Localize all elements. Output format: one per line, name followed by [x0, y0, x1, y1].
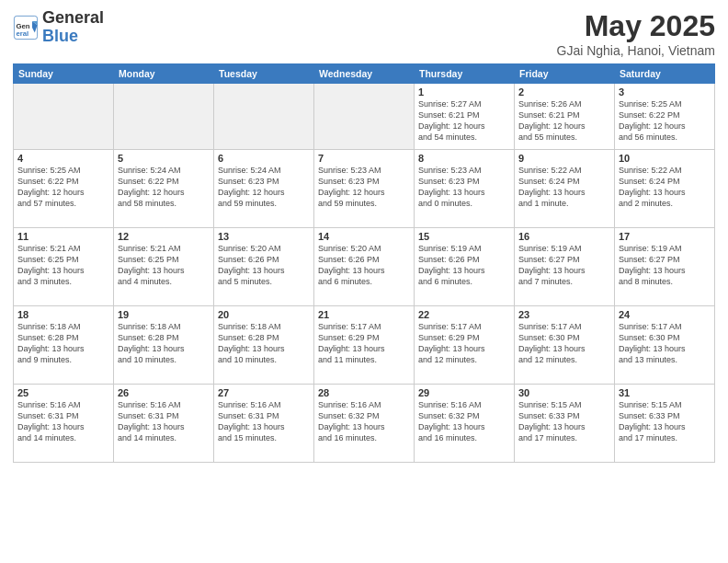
- day-info: Sunrise: 5:18 AM Sunset: 6:28 PM Dayligh…: [17, 321, 109, 366]
- day-number: 18: [17, 309, 109, 320]
- week-row-3: 11Sunrise: 5:21 AM Sunset: 6:25 PM Dayli…: [14, 228, 715, 306]
- day-info: Sunrise: 5:21 AM Sunset: 6:25 PM Dayligh…: [17, 243, 109, 288]
- day-info: Sunrise: 5:26 AM Sunset: 6:21 PM Dayligh…: [518, 98, 610, 144]
- day-number: 17: [619, 231, 711, 242]
- day-cell-23: 23Sunrise: 5:17 AM Sunset: 6:30 PM Dayli…: [515, 306, 615, 385]
- title-block: May 2025 GJai Nghia, Hanoi, Vietnam: [557, 9, 716, 58]
- day-info: Sunrise: 5:17 AM Sunset: 6:30 PM Dayligh…: [619, 321, 711, 366]
- day-number: 6: [218, 153, 310, 164]
- subtitle: GJai Nghia, Hanoi, Vietnam: [557, 43, 716, 58]
- week-row-4: 18Sunrise: 5:18 AM Sunset: 6:28 PM Dayli…: [14, 306, 715, 385]
- day-number: 31: [619, 387, 711, 398]
- day-info: Sunrise: 5:20 AM Sunset: 6:26 PM Dayligh…: [218, 243, 310, 288]
- day-number: 7: [318, 153, 410, 164]
- day-number: 11: [17, 231, 109, 242]
- empty-cell: [214, 84, 314, 150]
- day-cell-9: 9Sunrise: 5:22 AM Sunset: 6:24 PM Daylig…: [515, 150, 615, 228]
- day-info: Sunrise: 5:16 AM Sunset: 6:31 PM Dayligh…: [118, 399, 210, 444]
- day-number: 21: [318, 309, 410, 320]
- day-number: 26: [118, 387, 210, 398]
- day-number: 20: [218, 309, 310, 320]
- day-info: Sunrise: 5:16 AM Sunset: 6:32 PM Dayligh…: [418, 399, 510, 444]
- day-number: 27: [218, 387, 310, 398]
- day-info: Sunrise: 5:16 AM Sunset: 6:31 PM Dayligh…: [17, 399, 109, 444]
- day-info: Sunrise: 5:22 AM Sunset: 6:24 PM Dayligh…: [518, 165, 610, 210]
- day-info: Sunrise: 5:21 AM Sunset: 6:25 PM Dayligh…: [118, 243, 210, 288]
- day-info: Sunrise: 5:16 AM Sunset: 6:32 PM Dayligh…: [318, 399, 410, 444]
- day-info: Sunrise: 5:23 AM Sunset: 6:23 PM Dayligh…: [418, 165, 510, 210]
- day-cell-3: 3Sunrise: 5:25 AM Sunset: 6:22 PM Daylig…: [615, 84, 715, 150]
- day-number: 5: [118, 153, 210, 164]
- day-cell-17: 17Sunrise: 5:19 AM Sunset: 6:27 PM Dayli…: [615, 228, 715, 306]
- weekday-header-friday: Friday: [515, 64, 615, 84]
- day-cell-24: 24Sunrise: 5:17 AM Sunset: 6:30 PM Dayli…: [615, 306, 715, 385]
- day-cell-19: 19Sunrise: 5:18 AM Sunset: 6:28 PM Dayli…: [114, 306, 214, 385]
- weekday-header-tuesday: Tuesday: [214, 64, 314, 84]
- day-info: Sunrise: 5:15 AM Sunset: 6:33 PM Dayligh…: [619, 399, 711, 444]
- day-cell-30: 30Sunrise: 5:15 AM Sunset: 6:33 PM Dayli…: [515, 385, 615, 463]
- day-cell-22: 22Sunrise: 5:17 AM Sunset: 6:29 PM Dayli…: [415, 306, 515, 385]
- weekday-header-sunday: Sunday: [14, 64, 114, 84]
- day-number: 13: [218, 231, 310, 242]
- day-cell-31: 31Sunrise: 5:15 AM Sunset: 6:33 PM Dayli…: [615, 385, 715, 463]
- day-number: 19: [118, 309, 210, 320]
- day-info: Sunrise: 5:19 AM Sunset: 6:27 PM Dayligh…: [619, 243, 711, 288]
- day-number: 16: [518, 231, 610, 242]
- day-number: 28: [318, 387, 410, 398]
- weekday-header-thursday: Thursday: [415, 64, 515, 84]
- day-info: Sunrise: 5:15 AM Sunset: 6:33 PM Dayligh…: [518, 399, 610, 444]
- day-info: Sunrise: 5:24 AM Sunset: 6:22 PM Dayligh…: [118, 165, 210, 210]
- day-info: Sunrise: 5:19 AM Sunset: 6:27 PM Dayligh…: [518, 243, 610, 288]
- day-cell-18: 18Sunrise: 5:18 AM Sunset: 6:28 PM Dayli…: [14, 306, 114, 385]
- day-number: 2: [518, 86, 610, 98]
- day-cell-13: 13Sunrise: 5:20 AM Sunset: 6:26 PM Dayli…: [214, 228, 314, 306]
- day-info: Sunrise: 5:16 AM Sunset: 6:31 PM Dayligh…: [218, 399, 310, 444]
- day-cell-21: 21Sunrise: 5:17 AM Sunset: 6:29 PM Dayli…: [314, 306, 415, 385]
- logo: Gen eral General Blue: [13, 9, 104, 46]
- logo-text: General Blue: [42, 9, 104, 46]
- day-number: 9: [518, 153, 610, 164]
- day-number: 24: [619, 309, 711, 320]
- day-info: Sunrise: 5:24 AM Sunset: 6:23 PM Dayligh…: [218, 165, 310, 210]
- week-row-2: 4Sunrise: 5:25 AM Sunset: 6:22 PM Daylig…: [14, 150, 715, 228]
- empty-cell: [114, 84, 214, 150]
- main-title: May 2025: [557, 9, 716, 43]
- day-cell-15: 15Sunrise: 5:19 AM Sunset: 6:26 PM Dayli…: [415, 228, 515, 306]
- week-row-5: 25Sunrise: 5:16 AM Sunset: 6:31 PM Dayli…: [14, 385, 715, 463]
- day-info: Sunrise: 5:17 AM Sunset: 6:30 PM Dayligh…: [518, 321, 610, 366]
- day-number: 10: [619, 153, 711, 164]
- day-info: Sunrise: 5:22 AM Sunset: 6:24 PM Dayligh…: [619, 165, 711, 210]
- day-info: Sunrise: 5:18 AM Sunset: 6:28 PM Dayligh…: [118, 321, 210, 366]
- day-cell-7: 7Sunrise: 5:23 AM Sunset: 6:23 PM Daylig…: [314, 150, 415, 228]
- header: Gen eral General Blue May 2025 GJai Nghi…: [13, 9, 715, 58]
- day-info: Sunrise: 5:20 AM Sunset: 6:26 PM Dayligh…: [318, 243, 410, 288]
- day-number: 22: [418, 309, 510, 320]
- day-info: Sunrise: 5:23 AM Sunset: 6:23 PM Dayligh…: [318, 165, 410, 210]
- day-cell-10: 10Sunrise: 5:22 AM Sunset: 6:24 PM Dayli…: [615, 150, 715, 228]
- day-cell-27: 27Sunrise: 5:16 AM Sunset: 6:31 PM Dayli…: [214, 385, 314, 463]
- day-cell-12: 12Sunrise: 5:21 AM Sunset: 6:25 PM Dayli…: [114, 228, 214, 306]
- day-cell-26: 26Sunrise: 5:16 AM Sunset: 6:31 PM Dayli…: [114, 385, 214, 463]
- day-cell-8: 8Sunrise: 5:23 AM Sunset: 6:23 PM Daylig…: [415, 150, 515, 228]
- day-cell-1: 1Sunrise: 5:27 AM Sunset: 6:21 PM Daylig…: [415, 84, 515, 150]
- day-info: Sunrise: 5:19 AM Sunset: 6:26 PM Dayligh…: [418, 243, 510, 288]
- day-cell-28: 28Sunrise: 5:16 AM Sunset: 6:32 PM Dayli…: [314, 385, 415, 463]
- day-number: 23: [518, 309, 610, 320]
- page: Gen eral General Blue May 2025 GJai Nghi…: [0, 0, 728, 563]
- day-cell-5: 5Sunrise: 5:24 AM Sunset: 6:22 PM Daylig…: [114, 150, 214, 228]
- day-cell-11: 11Sunrise: 5:21 AM Sunset: 6:25 PM Dayli…: [14, 228, 114, 306]
- day-cell-29: 29Sunrise: 5:16 AM Sunset: 6:32 PM Dayli…: [415, 385, 515, 463]
- day-cell-25: 25Sunrise: 5:16 AM Sunset: 6:31 PM Dayli…: [14, 385, 114, 463]
- svg-text:eral: eral: [17, 29, 29, 38]
- day-number: 29: [418, 387, 510, 398]
- day-info: Sunrise: 5:27 AM Sunset: 6:21 PM Dayligh…: [418, 98, 510, 144]
- weekday-header-wednesday: Wednesday: [314, 64, 415, 84]
- empty-cell: [314, 84, 415, 150]
- empty-cell: [14, 84, 114, 150]
- day-number: 14: [318, 231, 410, 242]
- weekday-header-monday: Monday: [114, 64, 214, 84]
- day-cell-20: 20Sunrise: 5:18 AM Sunset: 6:28 PM Dayli…: [214, 306, 314, 385]
- day-number: 4: [17, 153, 109, 164]
- day-number: 3: [619, 86, 711, 98]
- day-cell-2: 2Sunrise: 5:26 AM Sunset: 6:21 PM Daylig…: [515, 84, 615, 150]
